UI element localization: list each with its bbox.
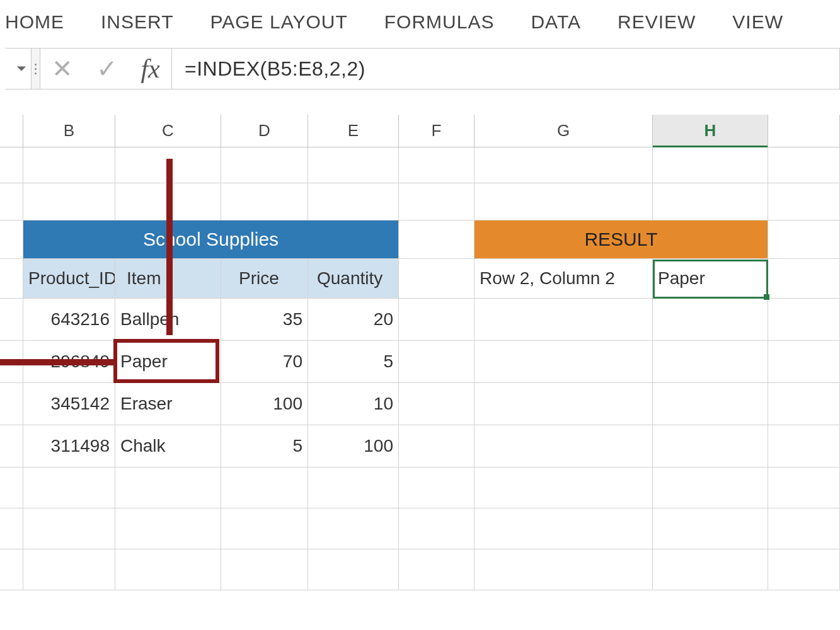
cell[interactable] xyxy=(23,183,115,220)
cell[interactable] xyxy=(475,383,653,425)
cell[interactable] xyxy=(221,467,308,508)
cell[interactable] xyxy=(23,549,115,590)
tab-formulas[interactable]: FORMULAS xyxy=(384,11,495,33)
cell[interactable] xyxy=(0,383,23,425)
school-supplies-title[interactable]: School Supplies xyxy=(23,220,399,258)
header-price[interactable]: Price xyxy=(221,259,308,298)
cell[interactable] xyxy=(308,147,399,183)
cell[interactable] xyxy=(768,147,840,183)
cell[interactable] xyxy=(653,383,768,425)
cell[interactable] xyxy=(768,549,840,590)
cell[interactable] xyxy=(475,341,653,382)
cell[interactable]: Chalk xyxy=(115,425,221,467)
cell[interactable] xyxy=(653,147,768,183)
cell[interactable] xyxy=(768,383,840,425)
cell[interactable]: 10 xyxy=(308,383,399,425)
cell[interactable] xyxy=(399,425,475,467)
cell[interactable] xyxy=(399,259,475,298)
col-header-stub[interactable] xyxy=(0,115,23,147)
cell[interactable] xyxy=(475,549,653,590)
cell[interactable] xyxy=(768,183,840,220)
cell[interactable] xyxy=(115,508,221,549)
col-header-d[interactable]: D xyxy=(221,115,308,147)
header-quantity[interactable]: Quantity xyxy=(308,259,399,298)
tab-data[interactable]: DATA xyxy=(531,11,581,33)
tab-page-layout[interactable]: PAGE LAYOUT xyxy=(210,11,347,33)
cell[interactable] xyxy=(221,147,308,183)
cell[interactable] xyxy=(23,508,115,549)
cell[interactable] xyxy=(0,467,23,508)
cell[interactable] xyxy=(399,183,475,220)
tab-insert[interactable]: INSERT xyxy=(101,11,173,33)
cell[interactable] xyxy=(221,183,308,220)
col-header-g[interactable]: G xyxy=(475,115,653,147)
cell[interactable]: Eraser xyxy=(115,383,221,425)
cell[interactable] xyxy=(475,183,653,220)
cell[interactable] xyxy=(308,467,399,508)
cell[interactable] xyxy=(653,341,768,382)
cell[interactable] xyxy=(115,183,221,220)
cell[interactable] xyxy=(308,549,399,590)
tab-home[interactable]: HOME xyxy=(5,11,64,33)
cell[interactable] xyxy=(0,147,23,183)
cell[interactable] xyxy=(768,467,840,508)
cell[interactable] xyxy=(0,341,23,382)
cell[interactable]: 20 xyxy=(308,299,399,340)
cell[interactable] xyxy=(115,147,221,183)
cell[interactable]: 296849 xyxy=(23,341,115,382)
cell[interactable] xyxy=(23,147,115,183)
cancel-button[interactable]: ✕ xyxy=(52,54,73,83)
cell[interactable] xyxy=(475,467,653,508)
result-label[interactable]: Row 2, Column 2 xyxy=(475,259,653,298)
cell[interactable]: 5 xyxy=(221,425,308,467)
cell[interactable] xyxy=(0,183,23,220)
header-item[interactable]: Item xyxy=(115,259,221,298)
cell[interactable] xyxy=(23,467,115,508)
cell[interactable] xyxy=(115,467,221,508)
col-header-f[interactable]: F xyxy=(399,115,475,147)
cell[interactable] xyxy=(653,508,768,549)
cell[interactable] xyxy=(475,425,653,467)
result-title[interactable]: RESULT xyxy=(475,220,768,258)
cell[interactable] xyxy=(768,299,840,340)
cell[interactable] xyxy=(399,508,475,549)
cell[interactable] xyxy=(768,508,840,549)
cell[interactable] xyxy=(399,383,475,425)
cell[interactable]: 311498 xyxy=(23,425,115,467)
col-header-c[interactable]: C xyxy=(115,115,221,147)
tab-view[interactable]: VIEW xyxy=(732,11,783,33)
cell[interactable] xyxy=(475,147,653,183)
cell[interactable] xyxy=(399,147,475,183)
cell[interactable] xyxy=(653,299,768,340)
cell[interactable] xyxy=(399,467,475,508)
cell[interactable]: 70 xyxy=(221,341,308,382)
cell[interactable] xyxy=(399,220,475,258)
cell[interactable] xyxy=(0,259,23,298)
col-header-b[interactable]: B xyxy=(23,115,115,147)
col-header-e[interactable]: E xyxy=(308,115,399,147)
cell[interactable]: 100 xyxy=(308,425,399,467)
cell[interactable] xyxy=(475,299,653,340)
cell[interactable] xyxy=(221,549,308,590)
cell[interactable] xyxy=(653,425,768,467)
col-header-h[interactable]: H xyxy=(653,115,768,147)
cell[interactable] xyxy=(0,299,23,340)
cell[interactable] xyxy=(308,508,399,549)
cell[interactable]: 5 xyxy=(308,341,399,382)
cell[interactable]: Ballpen xyxy=(115,299,221,340)
col-header-i[interactable] xyxy=(768,115,840,147)
cell[interactable] xyxy=(0,508,23,549)
cell[interactable] xyxy=(0,220,23,258)
cell[interactable] xyxy=(0,549,23,590)
cell[interactable] xyxy=(653,183,768,220)
cell[interactable] xyxy=(399,549,475,590)
tab-review[interactable]: REVIEW xyxy=(618,11,696,33)
cell[interactable] xyxy=(653,549,768,590)
cell[interactable] xyxy=(768,425,840,467)
name-box-dropdown[interactable] xyxy=(5,49,32,89)
fx-button[interactable]: fx xyxy=(141,54,159,84)
cell[interactable] xyxy=(768,259,840,298)
cell[interactable] xyxy=(221,508,308,549)
cell[interactable] xyxy=(399,341,475,382)
cell[interactable] xyxy=(0,425,23,467)
